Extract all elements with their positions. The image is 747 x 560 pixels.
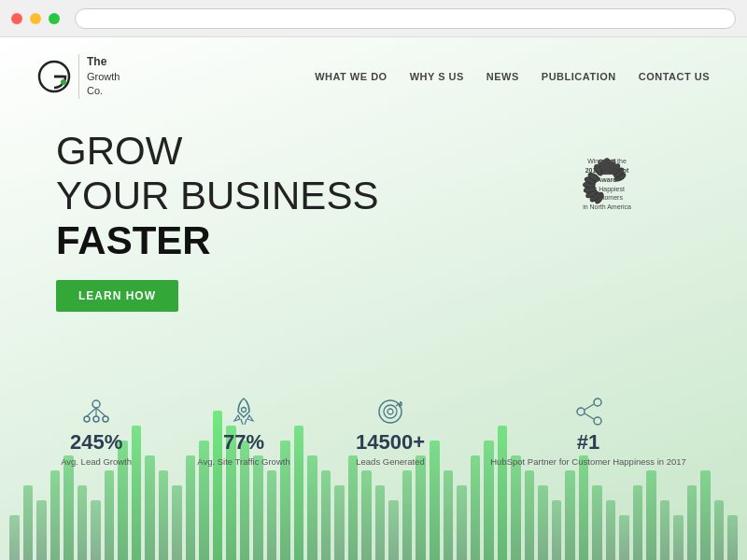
chart-bar bbox=[646, 470, 656, 560]
chart-bar bbox=[78, 485, 88, 560]
hero-section: GROW YOUR BUSINESS FASTER LEARN HOW bbox=[0, 110, 747, 313]
svg-line-39 bbox=[585, 413, 594, 419]
browser-chrome bbox=[0, 0, 747, 37]
svg-line-38 bbox=[585, 404, 594, 410]
hero-headline: GROW YOUR BUSINESS FASTER bbox=[56, 129, 560, 264]
chart-bar bbox=[321, 470, 331, 560]
svg-line-23 bbox=[87, 408, 96, 416]
website-content: The Growth Co. WHAT WE DO WHY S US NEWS … bbox=[0, 37, 747, 560]
stat-traffic-label: Avg. Site Traffic Growth bbox=[197, 456, 289, 467]
share-icon bbox=[571, 395, 605, 428]
chart-bar bbox=[714, 500, 725, 560]
svg-point-37 bbox=[594, 417, 601, 425]
chart-bar bbox=[444, 470, 454, 560]
svg-point-1 bbox=[61, 79, 66, 85]
main-nav: WHAT WE DO WHY S US NEWS PUBLICATION CON… bbox=[315, 71, 710, 82]
nav-publication[interactable]: PUBLICATION bbox=[542, 71, 616, 82]
svg-point-21 bbox=[103, 416, 108, 422]
chart-bar bbox=[50, 470, 61, 560]
close-dot[interactable] bbox=[11, 13, 22, 24]
chart-bar bbox=[633, 485, 643, 560]
chart-bar bbox=[687, 485, 698, 560]
chart-bar bbox=[253, 455, 263, 560]
nav-contact-us[interactable]: CONTACT US bbox=[639, 71, 710, 82]
chart-bar bbox=[619, 515, 629, 560]
chart-bar bbox=[579, 455, 589, 560]
stat-lead-growth-value: 245% bbox=[70, 430, 122, 455]
chart-bar bbox=[457, 485, 467, 560]
chart-bar bbox=[307, 455, 317, 560]
svg-point-29 bbox=[379, 400, 402, 423]
chart-bar bbox=[348, 455, 359, 560]
chart-bar bbox=[388, 500, 399, 560]
site-header: The Growth Co. WHAT WE DO WHY S US NEWS … bbox=[0, 37, 747, 110]
chart-bar bbox=[606, 500, 616, 560]
svg-point-31 bbox=[388, 409, 393, 414]
chart-bar bbox=[538, 485, 548, 560]
maximize-dot[interactable] bbox=[49, 13, 60, 24]
stat-traffic-value: 77% bbox=[223, 430, 264, 455]
svg-line-25 bbox=[96, 408, 106, 416]
stat-traffic-growth: 77% Avg. Site Traffic Growth bbox=[197, 395, 289, 467]
chart-bar bbox=[700, 470, 711, 560]
chart-bar bbox=[471, 455, 481, 560]
nav-what-we-do[interactable]: WHAT WE DO bbox=[315, 71, 388, 82]
chart-bar bbox=[159, 470, 169, 560]
stat-lead-growth: 245% Avg. Lead Growth bbox=[61, 395, 132, 467]
svg-point-22 bbox=[93, 416, 99, 422]
chart-bar bbox=[565, 470, 575, 560]
chart-bar bbox=[673, 515, 684, 560]
chart-bar bbox=[267, 470, 277, 560]
address-bar[interactable] bbox=[75, 8, 736, 29]
svg-line-28 bbox=[245, 419, 247, 425]
chart-bar bbox=[23, 485, 34, 560]
stats-section: 245% Avg. Lead Growth 77% Avg. Site Traf… bbox=[0, 395, 747, 467]
nav-why-s-us[interactable]: WHY S US bbox=[410, 71, 464, 82]
chart-bar bbox=[525, 470, 535, 560]
chart-bar bbox=[511, 455, 521, 560]
stat-hubspot-rank: #1 HubSpot Partner for Customer Happines… bbox=[490, 395, 686, 467]
stat-hubspot-value: #1 bbox=[577, 430, 599, 455]
chart-bar bbox=[660, 500, 670, 560]
stat-hubspot-label: HubSpot Partner for Customer Happiness i… bbox=[490, 456, 686, 467]
svg-point-30 bbox=[384, 405, 397, 418]
chart-bar bbox=[416, 455, 426, 560]
chart-bar bbox=[36, 500, 47, 560]
svg-point-36 bbox=[577, 408, 585, 415]
logo-text: The Growth Co. bbox=[78, 54, 120, 99]
hero-text-block: GROW YOUR BUSINESS FASTER LEARN HOW bbox=[56, 129, 560, 313]
chart-bar bbox=[63, 455, 74, 560]
svg-line-27 bbox=[241, 419, 243, 425]
stat-leads-generated: 14500+ Leads Generated bbox=[356, 395, 425, 467]
chart-bar bbox=[592, 485, 602, 560]
stat-leads-label: Leads Generated bbox=[356, 456, 424, 467]
network-icon bbox=[79, 395, 113, 428]
chart-bar bbox=[402, 470, 413, 560]
chart-bar bbox=[9, 515, 20, 560]
svg-point-20 bbox=[84, 416, 90, 422]
chart-bar bbox=[375, 485, 386, 560]
logo[interactable]: The Growth Co. bbox=[37, 54, 120, 99]
award-text: Winner of the 2017 HubSpot Award for Hap… bbox=[579, 157, 635, 212]
rocket-icon bbox=[227, 395, 261, 428]
chart-bar bbox=[145, 455, 155, 560]
award-circle: Winner of the 2017 HubSpot Award for Hap… bbox=[560, 138, 654, 231]
chart-bar bbox=[91, 500, 101, 560]
logo-icon bbox=[37, 60, 71, 93]
stat-leads-value: 14500+ bbox=[356, 430, 425, 455]
target-icon bbox=[374, 395, 407, 428]
svg-point-19 bbox=[92, 400, 100, 408]
nav-news[interactable]: NEWS bbox=[486, 71, 519, 82]
chart-bar bbox=[334, 485, 345, 560]
minimize-dot[interactable] bbox=[30, 13, 41, 24]
chart-bar bbox=[727, 515, 738, 560]
chart-bar bbox=[552, 500, 562, 560]
stat-lead-growth-label: Avg. Lead Growth bbox=[61, 456, 132, 467]
svg-point-26 bbox=[241, 408, 246, 413]
award-badge: Winner of the 2017 HubSpot Award for Hap… bbox=[560, 138, 654, 231]
learn-how-button[interactable]: LEARN HOW bbox=[56, 280, 178, 312]
svg-point-35 bbox=[594, 399, 601, 406]
chart-bar bbox=[361, 470, 372, 560]
chart-bar bbox=[172, 485, 182, 560]
chart-bar bbox=[186, 455, 196, 560]
